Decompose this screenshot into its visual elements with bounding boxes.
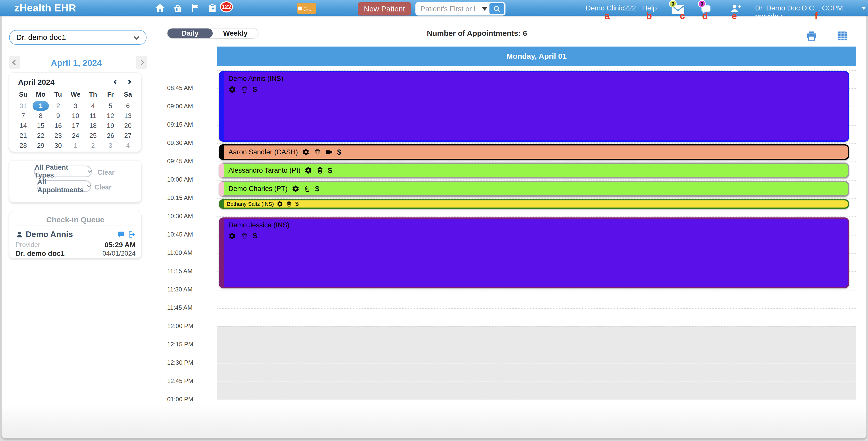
annotation-letter-b: b — [646, 11, 652, 21]
time-label: 10:45 AM — [167, 231, 213, 238]
tab-daily[interactable]: Daily — [167, 29, 213, 38]
tab-weekly[interactable]: Weekly — [213, 29, 258, 38]
calendar-day[interactable]: 12 — [102, 111, 119, 121]
appointment-filter-value: All Appointments — [37, 178, 85, 194]
checkin-time: 05:29 AM — [104, 241, 135, 249]
appointment-clear-button[interactable]: Clear — [94, 183, 112, 191]
calendar-day[interactable]: 3 — [67, 101, 85, 111]
calendar-day[interactable]: 11 — [84, 111, 102, 121]
annotation-letter-c: c — [680, 11, 685, 21]
calendar-day[interactable]: 8 — [32, 111, 50, 121]
appointment-block[interactable]: Demo Jessica (INS)$ — [219, 217, 849, 288]
calendar-day[interactable]: 1 — [67, 140, 85, 151]
trash-icon[interactable] — [316, 166, 324, 174]
home-icon[interactable] — [155, 3, 165, 13]
chat-icon[interactable] — [117, 231, 125, 238]
calendar-day[interactable]: 2 — [84, 140, 102, 151]
calendar-day[interactable]: 15 — [32, 121, 50, 131]
gift-card-icon[interactable]: GIFT CARD — [297, 3, 316, 14]
calendar-day[interactable]: 21 — [14, 130, 32, 140]
gear-icon[interactable] — [228, 232, 236, 240]
calendar-day[interactable]: 27 — [119, 130, 136, 140]
trash-icon[interactable] — [314, 148, 321, 156]
gear-icon[interactable] — [292, 185, 300, 192]
calendar-day[interactable]: 29 — [32, 140, 50, 151]
calendar-day[interactable]: 31 — [14, 101, 32, 111]
calendar-day[interactable]: 20 — [119, 121, 136, 131]
calendar-day[interactable]: 5 — [102, 101, 119, 111]
calendar-day[interactable]: 13 — [119, 111, 136, 121]
basket-icon[interactable] — [173, 3, 183, 13]
trash-icon[interactable] — [241, 232, 248, 240]
provider-menu[interactable]: Dr. Demo Doc D.C. , CCPM, provide r — [755, 4, 868, 20]
checkout-icon[interactable] — [127, 230, 135, 239]
calendar-day[interactable]: 17 — [67, 121, 85, 131]
gift-card-label: GIFT CARD — [304, 6, 316, 11]
gear-icon[interactable] — [302, 148, 310, 156]
gear-icon[interactable] — [305, 166, 312, 174]
appointment-block[interactable]: Demo Annis (INS)$ — [219, 71, 849, 141]
calendar-day[interactable]: 2 — [49, 101, 67, 111]
billing-dollar-icon[interactable]: $ — [253, 85, 257, 94]
calendar-day[interactable]: 4 — [119, 140, 136, 151]
calendar-day[interactable]: 14 — [14, 121, 32, 131]
new-patient-button[interactable]: New Patient — [358, 2, 411, 15]
calendar-day[interactable]: 26 — [102, 130, 119, 140]
calendar-day[interactable]: 18 — [84, 121, 102, 131]
appointment-block[interactable]: Aaron Sandler (CASH)$ — [219, 144, 849, 160]
patient-type-clear-button[interactable]: Clear — [97, 168, 115, 177]
billing-dollar-icon[interactable]: $ — [253, 232, 257, 240]
calendar-day[interactable]: 6 — [119, 101, 136, 111]
search-options-caret-icon[interactable] — [482, 7, 488, 11]
print-icon[interactable] — [805, 30, 818, 42]
calendar-day[interactable]: 3 — [102, 140, 119, 151]
next-day-button[interactable] — [136, 56, 147, 69]
calendar-next-button[interactable] — [124, 77, 133, 87]
calendar-weekday: Mo — [32, 91, 50, 98]
billing-dollar-icon[interactable]: $ — [337, 148, 341, 156]
calendar-day[interactable]: 28 — [14, 140, 32, 151]
patient-type-filter[interactable]: All Patient Types — [34, 165, 92, 177]
calendar-weekday: Fr — [102, 91, 119, 98]
trash-icon[interactable] — [286, 201, 292, 207]
appointment-block[interactable]: Alessandro Taranto (PI)$ — [219, 162, 849, 178]
calendar-day[interactable]: 23 — [49, 130, 67, 140]
provider-select[interactable]: Dr. demo doc1 — [9, 30, 147, 45]
calendar-day[interactable]: 19 — [102, 121, 119, 131]
flag-icon[interactable] — [190, 3, 200, 13]
trash-icon[interactable] — [304, 185, 311, 192]
calendar-day[interactable]: 25 — [84, 130, 102, 140]
gear-icon[interactable] — [277, 201, 283, 207]
calendar-day[interactable]: 30 — [49, 140, 67, 151]
calendar-weekday-row: SuMoTuWeThFrSa — [14, 91, 136, 98]
time-label: 12:15 PM — [167, 341, 213, 348]
prev-day-button[interactable] — [9, 56, 20, 69]
billing-dollar-icon[interactable]: $ — [315, 185, 319, 193]
patient-search-input[interactable] — [421, 5, 480, 13]
billing-dollar-icon[interactable]: $ — [328, 166, 332, 175]
calendar-day[interactable]: 1 — [32, 101, 50, 111]
clipboard-icon[interactable] — [208, 3, 217, 13]
appointment-block[interactable]: Bethany Saltz (INS)$ — [219, 199, 849, 209]
notification-badge[interactable]: 122 — [220, 1, 233, 12]
appointment-filter[interactable]: All Appointments — [37, 180, 91, 192]
time-gridline — [217, 180, 856, 181]
calendar-day[interactable]: 7 — [14, 111, 32, 121]
calendar-prev-button[interactable] — [111, 77, 120, 87]
grid-view-icon[interactable] — [836, 30, 848, 42]
time-gridline — [217, 216, 856, 217]
calendar-day[interactable]: 22 — [32, 130, 50, 140]
calendar-day[interactable]: 24 — [67, 130, 85, 140]
calendar-day[interactable]: 16 — [49, 121, 67, 131]
calendar-day[interactable]: 10 — [67, 111, 85, 121]
gear-icon[interactable] — [228, 86, 236, 93]
billing-dollar-icon[interactable]: $ — [295, 200, 299, 208]
clinic-name[interactable]: Demo Clinic222 — [586, 4, 636, 12]
calendar-day[interactable]: 9 — [49, 111, 67, 121]
appointment-block[interactable]: Demo Charles (PT)$ — [219, 181, 849, 197]
calendar-day[interactable]: 4 — [84, 101, 102, 111]
trash-icon[interactable] — [241, 86, 248, 93]
search-button[interactable] — [490, 3, 504, 14]
camera-icon[interactable] — [326, 148, 333, 156]
time-gridline — [217, 161, 856, 162]
